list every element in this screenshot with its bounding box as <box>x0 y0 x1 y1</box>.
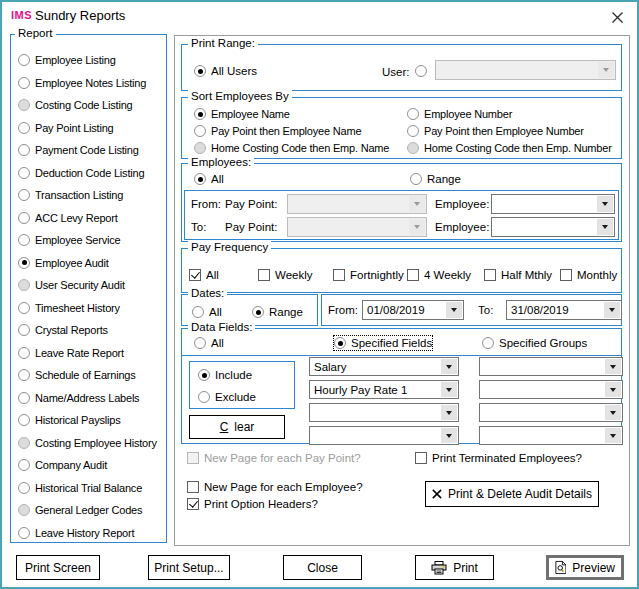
data-fields-specified-groups-radio[interactable]: Specified Groups <box>482 336 587 350</box>
radio-icon[interactable] <box>18 77 30 89</box>
report-option-deduction-code-listing[interactable]: Deduction Code Listing <box>18 166 144 180</box>
user-radio[interactable] <box>415 65 427 77</box>
checkbox-icon[interactable] <box>187 498 199 510</box>
radio-icon[interactable] <box>18 189 30 201</box>
date-to-select[interactable]: 31/08/2019 <box>506 300 622 320</box>
radio-icon[interactable] <box>18 167 30 179</box>
sort-option-pay-point-then-employee-name[interactable]: Pay Point then Employee Name <box>194 124 361 138</box>
dropdown-arrow-icon[interactable] <box>441 382 457 397</box>
report-option-name-address-labels[interactable]: Name/Address Labels <box>18 391 139 405</box>
radio-icon[interactable] <box>194 65 206 77</box>
report-option-crystal-reports[interactable]: Crystal Reports <box>18 323 108 337</box>
dropdown-arrow-icon[interactable] <box>597 196 613 212</box>
radio-icon[interactable] <box>18 437 30 449</box>
dropdown-arrow-icon[interactable] <box>441 428 457 443</box>
group-select-3[interactable] <box>479 403 623 422</box>
clear-button[interactable]: Clear <box>189 415 285 439</box>
dropdown-arrow-icon[interactable] <box>605 405 621 420</box>
sort-option-employee-name[interactable]: Employee Name <box>194 107 290 121</box>
report-option-employee-service[interactable]: Employee Service <box>18 233 120 247</box>
employees-all-radio[interactable]: All <box>194 172 224 186</box>
report-option-historical-payslips[interactable]: Historical Payslips <box>18 413 120 427</box>
radio-icon[interactable] <box>482 337 494 349</box>
dropdown-arrow-icon[interactable] <box>441 359 457 374</box>
data-fields-specified-fields-radio[interactable]: Specified Fields <box>334 336 432 350</box>
radio-icon[interactable] <box>252 306 264 318</box>
checkbox-icon[interactable] <box>187 452 199 464</box>
sort-option-employee-number[interactable]: Employee Number <box>407 107 512 121</box>
radio-icon[interactable] <box>198 369 210 381</box>
radio-icon[interactable] <box>18 122 30 134</box>
report-option-schedule-of-earnings[interactable]: Schedule of Earnings <box>18 368 136 382</box>
checkbox-icon[interactable] <box>187 481 199 493</box>
radio-icon[interactable] <box>334 337 346 349</box>
sort-option-pay-point-then-employee-number[interactable]: Pay Point then Employee Number <box>407 124 584 138</box>
include-radio[interactable]: Include <box>198 368 252 382</box>
exclude-radio[interactable]: Exclude <box>198 390 256 404</box>
to-employee-select[interactable] <box>491 217 615 237</box>
field-select-4[interactable] <box>309 426 459 445</box>
sort-option-home-costing-code-then-emp-number[interactable]: Home Costing Code then Emp. Number <box>407 141 612 155</box>
field-select-3[interactable] <box>309 403 459 422</box>
dropdown-arrow-icon[interactable] <box>409 219 425 235</box>
payfreq-half-mthly-checkbox[interactable]: Half Mthly <box>484 268 552 282</box>
radio-icon[interactable] <box>18 54 30 66</box>
new-page-employee-checkbox[interactable]: New Page for each Employee? <box>187 480 363 494</box>
from-pay-point-select[interactable] <box>287 194 427 214</box>
dropdown-arrow-icon[interactable] <box>604 302 620 318</box>
radio-icon[interactable] <box>194 108 206 120</box>
radio-icon[interactable] <box>18 482 30 494</box>
print-option-headers-checkbox[interactable]: Print Option Headers? <box>187 497 318 511</box>
radio-icon[interactable] <box>194 337 206 349</box>
radio-icon[interactable] <box>18 324 30 336</box>
report-option-user-security-audit[interactable]: User Security Audit <box>18 278 125 292</box>
radio-icon[interactable] <box>18 99 30 111</box>
payfreq-4-weekly-checkbox[interactable]: 4 Weekly <box>407 268 471 282</box>
radio-icon[interactable] <box>407 125 419 137</box>
report-option-pay-point-listing[interactable]: Pay Point Listing <box>18 121 114 135</box>
radio-icon[interactable] <box>18 347 30 359</box>
radio-icon[interactable] <box>18 459 30 471</box>
report-option-timesheet-history[interactable]: Timesheet History <box>18 301 120 315</box>
new-page-pay-point-checkbox[interactable]: New Page for each Pay Point? <box>187 451 361 465</box>
report-option-costing-employee-history[interactable]: Costing Employee History <box>18 436 157 450</box>
radio-icon[interactable] <box>194 125 206 137</box>
close-dialog-button[interactable]: Close <box>283 555 362 580</box>
radio-icon[interactable] <box>18 234 30 246</box>
radio-icon[interactable] <box>18 392 30 404</box>
radio-icon[interactable] <box>18 414 30 426</box>
dropdown-arrow-icon[interactable] <box>409 196 425 212</box>
dropdown-arrow-icon[interactable] <box>446 302 462 318</box>
checkbox-icon[interactable] <box>189 269 201 281</box>
radio-icon[interactable] <box>18 302 30 314</box>
all-users-radio[interactable]: All Users <box>194 64 257 78</box>
from-employee-select[interactable] <box>491 194 615 214</box>
sort-option-home-costing-code-then-emp-name[interactable]: Home Costing Code then Emp. Name <box>194 141 389 155</box>
print-screen-button[interactable]: Print Screen <box>16 555 100 580</box>
data-fields-all-radio[interactable]: All <box>194 336 224 350</box>
checkbox-icon[interactable] <box>407 269 419 281</box>
radio-icon[interactable] <box>18 212 30 224</box>
to-pay-point-select[interactable] <box>287 217 427 237</box>
field-select-2[interactable]: Hourly Pay Rate 1 <box>309 380 459 399</box>
report-option-transaction-listing[interactable]: Transaction Listing <box>18 188 123 202</box>
dropdown-arrow-icon[interactable] <box>605 382 621 397</box>
print-terminated-checkbox[interactable]: Print Terminated Employees? <box>415 451 582 465</box>
radio-icon[interactable] <box>194 142 206 154</box>
print-delete-audit-button[interactable]: Print & Delete Audit Details <box>425 481 599 507</box>
report-option-costing-code-listing[interactable]: Costing Code Listing <box>18 98 133 112</box>
report-option-employee-listing[interactable]: Employee Listing <box>18 53 116 67</box>
payfreq-monthly-checkbox[interactable]: Monthly <box>560 268 617 282</box>
payfreq-fortnightly-checkbox[interactable]: Fortnightly <box>333 268 404 282</box>
dropdown-arrow-icon[interactable] <box>605 428 621 443</box>
checkbox-icon[interactable] <box>258 269 270 281</box>
payfreq-all-checkbox[interactable]: All <box>189 268 219 282</box>
report-option-employee-audit[interactable]: Employee Audit <box>18 256 109 270</box>
dates-all-radio[interactable]: All <box>192 305 222 319</box>
radio-icon[interactable] <box>18 527 30 539</box>
checkbox-icon[interactable] <box>415 452 427 464</box>
checkbox-icon[interactable] <box>484 269 496 281</box>
group-select-2[interactable] <box>479 380 623 399</box>
report-option-historical-trial-balance[interactable]: Historical Trial Balance <box>18 481 142 495</box>
radio-icon[interactable] <box>18 504 30 516</box>
